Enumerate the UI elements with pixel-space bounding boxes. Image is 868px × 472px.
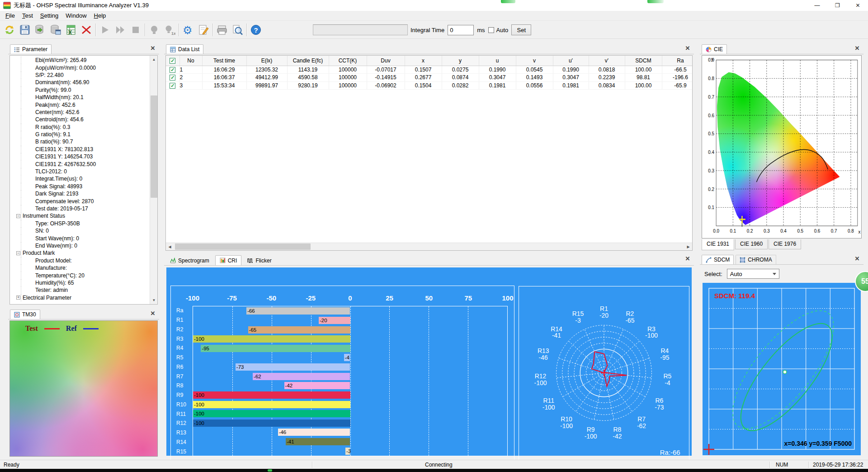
scrollbar-thumb[interactable] <box>151 95 157 198</box>
column-header[interactable]: E(lx) <box>246 56 287 66</box>
tab-spectrogram[interactable]: Spectrogram <box>165 255 214 265</box>
tab-cie[interactable]: CIE <box>702 44 727 54</box>
column-header[interactable]: Ra <box>662 56 693 66</box>
tree-item[interactable]: Peak(nm): 452.6 <box>10 101 150 108</box>
tab-cri[interactable]: CRI <box>215 255 242 265</box>
tree-item[interactable]: −Instrument Status <box>10 212 150 219</box>
tab-cie-1976[interactable]: CIE 1976 <box>769 239 801 249</box>
tree-item[interactable]: Dark Signal: 2193 <box>10 190 150 197</box>
tree-item[interactable]: Humidity(%): 65 <box>10 279 150 286</box>
database-export-button[interactable] <box>33 22 48 38</box>
column-header[interactable]: y <box>442 56 479 66</box>
sdcm-select-dropdown[interactable]: Auto <box>727 269 779 279</box>
tree-item[interactable]: Product Model: <box>10 257 150 264</box>
tree-item[interactable]: Temperature(°C): 20 <box>10 272 150 279</box>
menu-help[interactable]: Help <box>90 11 110 20</box>
tree-item[interactable]: S/P: 22.480 <box>10 72 150 79</box>
tab-tm30[interactable]: TM30 <box>10 310 40 319</box>
tree-item[interactable]: Manufacture: <box>10 264 150 272</box>
header-checkbox[interactable]: ✓ <box>170 58 175 64</box>
lamp-button[interactable] <box>146 22 162 38</box>
set-button[interactable]: Set <box>511 24 531 35</box>
tree-item[interactable]: End Wave(nm): 0 <box>10 242 150 249</box>
table-row[interactable]: ✓216:06:3749412.994590.58100000-0.149150… <box>166 74 693 82</box>
cie-close-icon[interactable]: ✕ <box>854 45 861 52</box>
tree-item[interactable]: HalfWidth(nm): 20.1 <box>10 94 150 101</box>
tab-chroma[interactable]: CHROMA <box>736 255 776 264</box>
tree-item[interactable]: Ebi(mW/cm²): 265.49 <box>10 57 150 64</box>
tree-item[interactable]: Purity(%): 99.0 <box>10 86 150 94</box>
table-row[interactable]: ✓315:53:3499891.979280.19100000-0.069020… <box>166 81 693 90</box>
row-checkbox[interactable]: ✓ <box>170 75 175 81</box>
tree-item[interactable]: Test date: 2019-05-17 <box>10 205 150 212</box>
tree-item[interactable]: Centroid(nm): 454.6 <box>10 116 150 123</box>
tree-item[interactable]: Tester: admin <box>10 286 150 294</box>
tree-item[interactable]: Start Wave(nm): 0 <box>10 234 150 242</box>
tree-item[interactable]: Aop(uW/cm²/nm): 0.0000 <box>10 64 150 71</box>
column-header[interactable]: SDCM <box>625 56 662 66</box>
tree-item[interactable]: CIE1931 Y: 146254.703 <box>10 153 150 160</box>
tab-cie-1960[interactable]: CIE 1960 <box>735 239 768 249</box>
column-header[interactable]: x <box>405 56 442 66</box>
collapse-icon[interactable]: − <box>16 251 20 255</box>
tab-flicker[interactable]: Flicker <box>243 255 276 265</box>
data-list-hscrollbar[interactable]: ◀ ▶ <box>166 243 692 250</box>
save-button[interactable] <box>17 22 33 38</box>
print-button[interactable] <box>214 22 230 38</box>
expand-icon[interactable]: + <box>16 296 20 300</box>
restore-button[interactable]: ❐ <box>827 0 848 11</box>
tree-item[interactable]: CIE1931 Z: 4267632.500 <box>10 160 150 167</box>
help-button[interactable]: ? <box>248 22 264 38</box>
continuous-test-button[interactable] <box>113 22 128 38</box>
column-header[interactable]: Duv <box>367 56 405 66</box>
auto-checkbox[interactable] <box>488 27 494 33</box>
tab-parameter[interactable]: Parameter <box>10 44 52 54</box>
scrollbar-thumb[interactable] <box>175 243 311 250</box>
tree-item[interactable]: Dominant(nm): 456.90 <box>10 79 150 86</box>
tree-item[interactable]: CIE1931 X: 781302.813 <box>10 146 150 153</box>
tree-item[interactable]: −Product Mark <box>10 249 150 257</box>
tree-item[interactable]: Type: OHSP-350B <box>10 220 150 227</box>
analysis-close-icon[interactable]: ✕ <box>684 255 691 262</box>
tree-item[interactable]: +Electrical Parameter <box>10 294 150 301</box>
row-checkbox[interactable]: ✓ <box>170 83 175 89</box>
tab-cie-1931[interactable]: CIE 1931 <box>702 239 734 250</box>
sdcm-close-icon[interactable]: ✕ <box>854 255 861 262</box>
connect-button[interactable] <box>2 22 17 38</box>
database-save-button[interactable] <box>48 22 63 38</box>
column-header[interactable]: v <box>516 56 553 66</box>
excel-export-button[interactable]: X <box>63 22 79 38</box>
scroll-down-icon[interactable]: ▼ <box>150 296 158 304</box>
collapse-icon[interactable]: − <box>16 214 20 218</box>
preview-button[interactable] <box>230 22 245 38</box>
settings-button[interactable]: ⚙ <box>180 22 196 38</box>
delete-button[interactable] <box>79 22 94 38</box>
row-checkbox[interactable]: ✓ <box>170 67 175 73</box>
integral-time-input[interactable] <box>448 25 474 35</box>
column-header[interactable]: u' <box>553 56 589 66</box>
parameter-tree[interactable]: Ebi(mW/cm²): 265.49Aop(uW/cm²/nm): 0.000… <box>10 57 150 304</box>
menu-file[interactable]: File <box>2 11 19 20</box>
menu-test[interactable]: Test <box>19 11 37 20</box>
minimize-button[interactable]: — <box>807 0 827 11</box>
column-header[interactable]: Candle E(fc) <box>287 56 329 66</box>
tree-item[interactable]: Peak Signal: 48993 <box>10 183 150 190</box>
scroll-right-icon[interactable]: ▶ <box>684 243 692 250</box>
data-list-close-icon[interactable]: ✕ <box>684 45 691 52</box>
tree-item[interactable]: SN: 0 <box>10 227 150 234</box>
column-header[interactable]: No <box>179 56 202 66</box>
tree-item[interactable]: G ratio(%): 9.1 <box>10 131 150 138</box>
menu-setting[interactable]: Setting <box>37 11 62 20</box>
stop-button[interactable] <box>128 22 143 38</box>
tree-item[interactable]: R ratio(%): 0.3 <box>10 124 150 131</box>
table-row[interactable]: ✓116:06:2912305.321143.19100000-0.070170… <box>166 66 693 74</box>
tree-item[interactable]: Compensate level: 2870 <box>10 197 150 205</box>
tree-item[interactable]: Integrat.Time(us): 0 <box>10 175 150 182</box>
tab-data-list[interactable]: Data List <box>166 44 203 54</box>
play-button[interactable] <box>97 22 113 38</box>
tree-item[interactable]: B ratio(%): 90.7 <box>10 138 150 145</box>
parameter-scrollbar[interactable]: ▲ ▼ <box>150 56 157 304</box>
column-header[interactable]: CCT(K) <box>329 56 367 66</box>
tab-sdcm[interactable]: SDCM <box>702 255 734 264</box>
column-header[interactable]: u <box>479 56 516 66</box>
